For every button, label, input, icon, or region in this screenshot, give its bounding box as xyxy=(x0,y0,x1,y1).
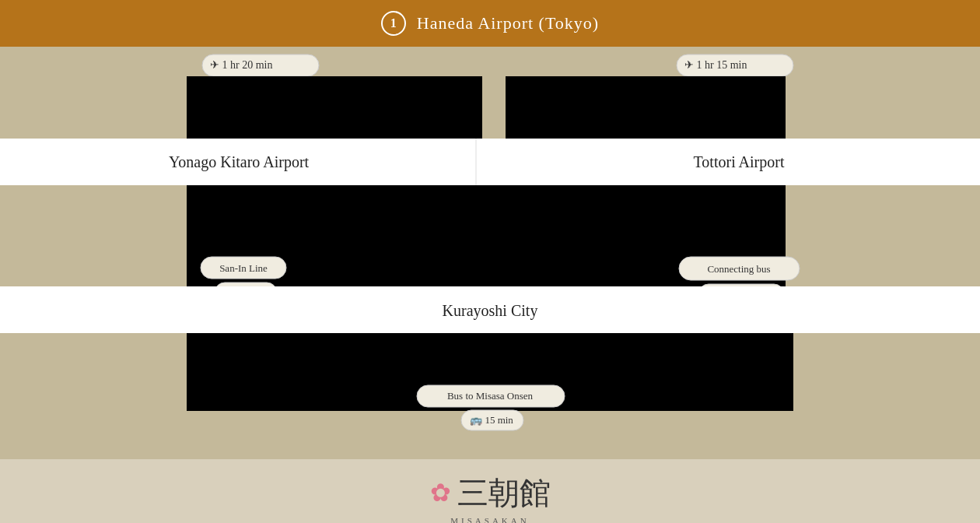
svg-text:Yonago Kitaro Airport: Yonago Kitaro Airport xyxy=(169,153,310,171)
header-title: Haneda Airport (Tokyo) xyxy=(417,13,599,33)
svg-text:✈ 1 hr 20 min: ✈ 1 hr 20 min xyxy=(210,59,272,71)
svg-text:✈ 1 hr 15 min: ✈ 1 hr 15 min xyxy=(684,59,747,71)
footer: ✿ 三朝館 MISASAKAN xyxy=(0,459,980,523)
svg-rect-8 xyxy=(506,76,786,139)
svg-text:Kurayoshi City: Kurayoshi City xyxy=(443,302,538,320)
svg-text:🚌 15 min: 🚌 15 min xyxy=(470,413,513,426)
svg-text:Connecting bus: Connecting bus xyxy=(707,263,770,275)
logo-subtitle: MISASAKAN xyxy=(450,516,529,524)
footer-logo: ✿ 三朝館 MISASAKAN xyxy=(430,472,551,524)
cherry-blossom-icon: ✿ xyxy=(430,478,451,507)
footer-logo-main: ✿ 三朝館 xyxy=(430,472,551,514)
svg-text:Tottori Airport: Tottori Airport xyxy=(694,153,785,171)
header-bar: 1 Haneda Airport (Tokyo) xyxy=(0,0,980,47)
svg-text:San-In Line: San-In Line xyxy=(219,262,268,274)
svg-rect-9 xyxy=(786,76,980,139)
step-number-circle: 1 xyxy=(381,11,406,36)
logo-text: 三朝館 xyxy=(457,472,551,514)
svg-rect-10 xyxy=(0,76,187,139)
svg-rect-6 xyxy=(187,76,482,139)
route-diagram: ✈ 1 hr 20 min ✈ 1 hr 15 min Yonago Kitar… xyxy=(0,47,980,459)
diagram-area: ✈ 1 hr 20 min ✈ 1 hr 15 min Yonago Kitar… xyxy=(0,47,980,459)
svg-text:Bus to Misasa Onsen: Bus to Misasa Onsen xyxy=(447,390,534,402)
svg-rect-7 xyxy=(498,76,506,139)
